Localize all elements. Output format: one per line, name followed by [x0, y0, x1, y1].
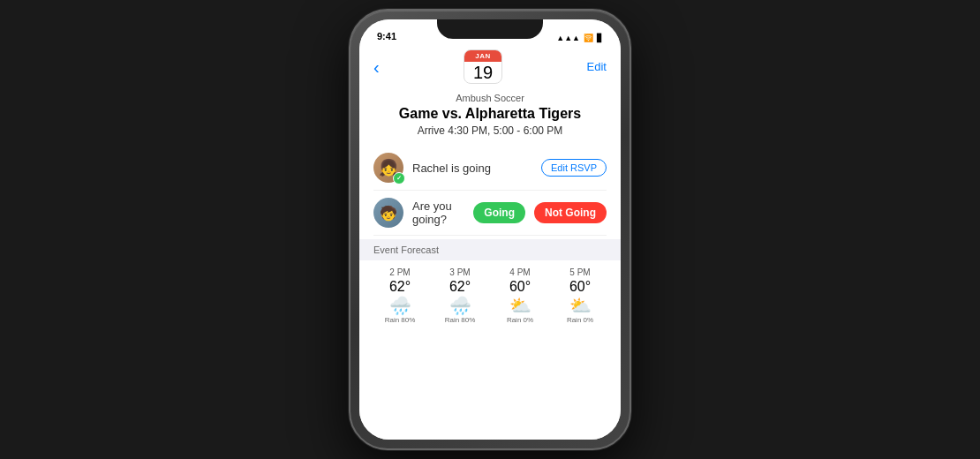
rsvp-section: 👧 ✓ Rachel is going Edit RSVP 🧒 Are you …	[359, 146, 621, 236]
forecast-item-4pm: 4 PM 60° ⛅ Rain 0%	[490, 267, 550, 324]
event-title: Game vs. Alpharetta Tigers	[373, 105, 607, 122]
forecast-header: Event Forecast	[359, 239, 621, 260]
going-question-text: Are you going?	[412, 199, 464, 226]
forecast-item-5pm: 5 PM 60° ⛅ Rain 0%	[550, 267, 610, 324]
forecast-desc-2pm: Rain 80%	[385, 316, 416, 324]
status-time: 9:41	[377, 31, 396, 42]
forecast-time-2pm: 2 PM	[389, 267, 410, 277]
wifi-icon: 🛜	[584, 34, 593, 42]
battery-icon: ▊	[597, 34, 603, 42]
forecast-icon-3pm: 🌧️	[449, 297, 471, 314]
date-widget: JAN 19	[464, 49, 502, 84]
rachel-status-text: Rachel is going	[412, 162, 532, 175]
forecast-section: Event Forecast 2 PM 62° 🌧️ Rain 80% 3 PM…	[359, 239, 621, 331]
forecast-time-3pm: 3 PM	[449, 267, 470, 277]
signal-icon: ▲▲▲	[556, 34, 580, 42]
back-button[interactable]: ‹	[373, 58, 380, 76]
event-org: Ambush Soccer	[373, 93, 607, 103]
event-time: Arrive 4:30 PM, 5:00 - 6:00 PM	[373, 124, 607, 137]
forecast-desc-5pm: Rain 0%	[567, 316, 593, 324]
forecast-temp-4pm: 60°	[509, 279, 531, 295]
edit-rsvp-button[interactable]: Edit RSVP	[541, 159, 607, 177]
forecast-item-2pm: 2 PM 62° 🌧️ Rain 80%	[370, 267, 430, 324]
notch	[437, 19, 543, 39]
not-going-button[interactable]: Not Going	[534, 202, 607, 223]
forecast-temp-3pm: 62°	[449, 279, 471, 295]
phone-screen: 9:41 ▲▲▲ 🛜 ▊ ‹ JAN 19 Edit Ambush Soccer…	[359, 19, 621, 440]
status-icons: ▲▲▲ 🛜 ▊	[556, 34, 603, 42]
nav-bar: ‹ JAN 19 Edit	[359, 46, 621, 87]
user-avatar: 🧒	[373, 198, 403, 228]
edit-button[interactable]: Edit	[587, 60, 607, 73]
going-button[interactable]: Going	[473, 202, 525, 223]
forecast-item-3pm: 3 PM 62° 🌧️ Rain 80%	[430, 267, 490, 324]
rachel-check-icon: ✓	[393, 172, 405, 184]
date-month: JAN	[464, 50, 501, 62]
forecast-temp-5pm: 60°	[569, 279, 591, 295]
phone-container: 9:41 ▲▲▲ 🛜 ▊ ‹ JAN 19 Edit Ambush Soccer…	[349, 9, 631, 450]
date-day: 19	[468, 62, 498, 83]
content-area: Ambush Soccer Game vs. Alpharetta Tigers…	[359, 87, 621, 440]
forecast-time-4pm: 4 PM	[509, 267, 530, 277]
forecast-desc-4pm: Rain 0%	[507, 316, 533, 324]
forecast-time-5pm: 5 PM	[569, 267, 590, 277]
forecast-grid: 2 PM 62° 🌧️ Rain 80% 3 PM 62° 🌧️ Rain 80…	[359, 260, 621, 331]
forecast-icon-5pm: ⛅	[569, 297, 592, 314]
event-header: Ambush Soccer Game vs. Alpharetta Tigers…	[359, 87, 621, 146]
forecast-icon-4pm: ⛅	[509, 297, 531, 314]
rachel-rsvp-row: 👧 ✓ Rachel is going Edit RSVP	[373, 146, 607, 191]
forecast-desc-3pm: Rain 80%	[445, 316, 476, 324]
forecast-icon-2pm: 🌧️	[389, 297, 411, 314]
user-avatar-circle: 🧒	[373, 198, 403, 228]
forecast-temp-2pm: 62°	[389, 279, 411, 295]
going-question-row: 🧒 Are you going? Going Not Going	[373, 191, 607, 236]
rachel-avatar: 👧 ✓	[373, 153, 403, 183]
